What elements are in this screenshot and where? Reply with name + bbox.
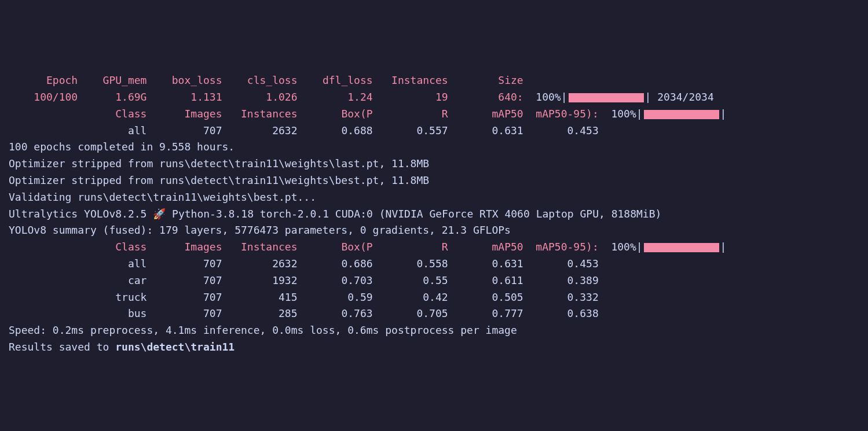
- terminal-line: bus 707 285 0.763 0.705 0.777 0.638: [9, 305, 859, 322]
- val-map50: 0.611: [448, 274, 523, 286]
- col-header: mAP50: [448, 241, 523, 253]
- terminal-line: Ultralytics YOLOv8.2.5 Python-3.8.18 tor…: [9, 206, 859, 223]
- terminal-line: Class Images Instances Box(P R mAP50 mAP…: [9, 239, 859, 256]
- train-value: 1.026: [222, 91, 297, 103]
- val-instances: 415: [222, 291, 297, 303]
- col-header: Images: [147, 108, 222, 120]
- val-map50: 0.505: [448, 291, 523, 303]
- spacer: [9, 291, 78, 303]
- col-header: Instances: [373, 74, 448, 86]
- val-map5095: 0.453: [523, 257, 599, 270]
- col-header: Images: [147, 241, 222, 253]
- terminal-line: truck 707 415 0.59 0.42 0.505 0.332: [9, 289, 859, 306]
- val-map5095: 0.389: [523, 274, 599, 286]
- summary-text: YOLOv8 summary (fused): 179 layers, 5776…: [9, 224, 511, 236]
- val-images: 707: [147, 307, 222, 319]
- col-header: box_loss: [147, 74, 222, 86]
- col-header: R: [373, 241, 448, 253]
- progress-bar-icon: [644, 110, 719, 119]
- pipe: |: [645, 91, 658, 103]
- val-r: 0.705: [373, 307, 448, 319]
- terminal-line: all 707 2632 0.688 0.557 0.631 0.453: [9, 123, 859, 139]
- val-images: 707: [147, 291, 222, 303]
- val-boxp: 0.763: [298, 307, 373, 319]
- optimizer-best: Optimizer stripped from runs\detect\trai…: [9, 174, 429, 186]
- progress-pct: 100%: [611, 108, 636, 120]
- val-images: 707: [147, 124, 222, 137]
- spacer: [9, 307, 78, 319]
- spacer: [9, 241, 78, 253]
- train-value: 100/100: [9, 91, 78, 103]
- val-r: 0.558: [373, 257, 448, 270]
- val-map5095: 0.332: [523, 291, 599, 303]
- val-boxp: 0.688: [298, 124, 373, 137]
- terminal-line: Class Images Instances Box(P R mAP50 mAP…: [9, 106, 859, 123]
- results-path: runs\detect\train11: [115, 341, 235, 353]
- col-header: Instances: [222, 108, 297, 120]
- pipe: |: [636, 108, 643, 120]
- terminal-output: Epoch GPU_mem box_loss cls_loss dfl_loss…: [9, 72, 859, 356]
- col-header: mAP50: [448, 108, 523, 120]
- spacer: [9, 257, 78, 270]
- val-boxp: 0.59: [298, 291, 373, 303]
- terminal-line: Epoch GPU_mem box_loss cls_loss dfl_loss…: [9, 72, 859, 89]
- pipe: |: [720, 241, 727, 253]
- col-header: Class: [78, 108, 147, 120]
- col-header: Box(P: [298, 108, 373, 120]
- ultralytics-suffix: Python-3.8.18 torch-2.0.1 CUDA:0 (NVIDIA…: [166, 208, 661, 220]
- spacer: [9, 274, 78, 286]
- val-class: truck: [78, 291, 147, 303]
- progress-pct: 100%: [536, 91, 561, 103]
- val-boxp: 0.703: [298, 274, 373, 286]
- val-map50: 0.631: [448, 124, 523, 137]
- val-map5095: 0.453: [523, 124, 599, 137]
- terminal-line: Optimizer stripped from runs\detect\trai…: [9, 172, 859, 189]
- val-r: 0.42: [373, 291, 448, 303]
- train-value: 1.131: [147, 91, 222, 103]
- val-class: car: [78, 274, 147, 286]
- col-header: Box(P: [298, 241, 373, 253]
- val-class: bus: [78, 307, 147, 319]
- ultralytics-prefix: Ultralytics YOLOv8.2.5: [9, 208, 153, 220]
- val-images: 707: [147, 257, 222, 270]
- train-value: 1.69G: [78, 91, 147, 103]
- val-instances: 2632: [222, 124, 297, 137]
- col-header: Class: [78, 241, 147, 253]
- pipe: |: [636, 241, 643, 253]
- progress-count: 2034/2034: [657, 91, 714, 103]
- spacer: [9, 108, 78, 120]
- validating-text: Validating runs\detect\train11\weights\b…: [9, 191, 316, 203]
- val-instances: 2632: [222, 257, 297, 270]
- terminal-line: Speed: 0.2ms preprocess, 4.1ms inference…: [9, 322, 859, 339]
- col-header: Instances: [222, 241, 297, 253]
- val-class: all: [78, 257, 147, 270]
- val-r: 0.55: [373, 274, 448, 286]
- terminal-line: Validating runs\detect\train11\weights\b…: [9, 189, 859, 206]
- val-map50: 0.631: [448, 257, 523, 270]
- train-value: 19: [373, 91, 448, 103]
- val-boxp: 0.686: [298, 257, 373, 270]
- col-header: cls_loss: [222, 74, 297, 86]
- results-prefix: Results saved to: [9, 341, 115, 353]
- spacer: [599, 241, 611, 253]
- col-header: mAP50-95):: [523, 108, 599, 120]
- progress-bar-icon: [569, 93, 644, 102]
- terminal-line: YOLOv8 summary (fused): 179 layers, 5776…: [9, 222, 859, 239]
- val-map50: 0.777: [448, 307, 523, 319]
- col-header: GPU_mem: [78, 74, 147, 86]
- spacer: [599, 108, 611, 120]
- progress-bar-icon: [644, 243, 719, 252]
- train-value: 640:: [448, 91, 523, 103]
- completion-text: 100 epochs completed in 9.558 hours.: [9, 141, 235, 153]
- val-instances: 1932: [222, 274, 297, 286]
- val-instances: 285: [222, 307, 297, 319]
- spacer: [523, 91, 536, 103]
- col-header: dfl_loss: [298, 74, 373, 86]
- col-header: Size: [448, 74, 523, 86]
- terminal-line: Results saved to runs\detect\train11: [9, 339, 859, 356]
- col-header: Epoch: [9, 74, 78, 86]
- terminal-line: 100 epochs completed in 9.558 hours.: [9, 139, 859, 156]
- progress-pct: 100%: [611, 241, 636, 253]
- train-value: 1.24: [298, 91, 373, 103]
- val-map5095: 0.638: [523, 307, 599, 319]
